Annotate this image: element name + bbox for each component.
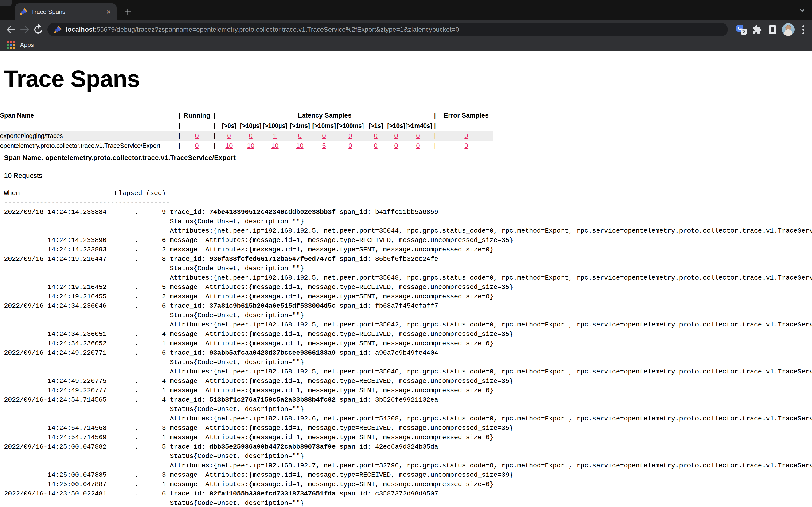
log-line: ----------------------------------------… (4, 198, 812, 208)
bucket-label: [>10ms] (312, 121, 336, 131)
bookmarks-bar: Apps (0, 39, 812, 51)
column-divider: | (175, 121, 184, 131)
log-line: Attributes:{net.peer.ip=192.168.192.5, n… (4, 226, 812, 236)
log-line: 14:24:14.233890 . 6 message Attributes:{… (4, 236, 812, 245)
column-divider: | (210, 141, 219, 151)
bucket-label: [>10s] (387, 121, 405, 131)
sample-count-link[interactable]: 0 (416, 142, 420, 149)
span-name-cell: exporter/logging/traces (0, 131, 175, 141)
log-line: 2022/09/16-14:23:50.022481 . 6 trace_id:… (4, 489, 812, 499)
log-line: 14:24:49.220777 . 1 message Attributes:{… (4, 386, 812, 395)
browser-menu-button[interactable] (798, 25, 808, 34)
sample-count-link[interactable]: 0 (298, 132, 302, 139)
sample-count-link[interactable]: 0 (322, 132, 326, 139)
back-button[interactable] (4, 23, 18, 36)
selected-span-name: Span Name: opentelemetry.proto.collector… (4, 153, 812, 162)
sample-count-link[interactable]: 0 (416, 132, 420, 139)
reload-button[interactable] (32, 23, 45, 36)
log-line: 14:24:14.233893 . 2 message Attributes:{… (4, 245, 812, 255)
tab-close-icon[interactable]: × (105, 8, 112, 16)
sample-count-link[interactable]: 0 (195, 132, 199, 139)
bucket-label: [>1s] (364, 121, 387, 131)
bucket-label: [>0s] (219, 121, 240, 131)
browser-tab[interactable]: Trace Spans × (15, 3, 116, 20)
column-divider: | (210, 110, 219, 121)
sample-count-link[interactable]: 1 (273, 132, 277, 139)
bucket-header-row: | | [>0s] [>10µs] [>100µs] [>1ms] [>10ms… (0, 121, 493, 131)
column-divider: | (210, 131, 219, 141)
kebab-dot (802, 29, 804, 31)
span-summary-table: Span Name | Running | Latency Samples | … (0, 110, 493, 151)
sample-count-link[interactable]: 0 (348, 132, 352, 139)
request-log: When Elapsed (sec)----------------------… (4, 189, 812, 507)
bucket-label: [>100µs] (262, 121, 288, 131)
summary-header-row: Span Name | Running | Latency Samples | … (0, 110, 493, 121)
profile-avatar[interactable] (782, 23, 795, 36)
url-host: localhost (66, 26, 95, 33)
column-divider: | (175, 110, 184, 121)
log-line: Status{Code=Unset, description=""} (4, 452, 812, 461)
log-line: Attributes:{net.peer.ip=192.168.192.5, n… (4, 320, 812, 330)
log-line: Attributes:{net.peer.ip=192.168.192.5, n… (4, 367, 812, 377)
span-name-cell: opentelemetry.proto.collector.trace.v1.T… (0, 141, 175, 151)
apps-grid-icon[interactable] (7, 41, 15, 49)
kebab-dot (802, 33, 804, 34)
log-line: Status{Code=Unset, description=""} (4, 405, 812, 414)
log-line: 14:24:54.714568 . 3 message Attributes:{… (4, 424, 812, 433)
summary-row: opentelemetry.proto.collector.trace.v1.T… (0, 141, 493, 151)
summary-row: exporter/logging/traces|0|001000000|0 (0, 131, 493, 141)
sample-count-link[interactable]: 0 (374, 142, 377, 149)
bucket-label: [>1m40s] (405, 121, 431, 131)
sample-count-link[interactable]: 0 (464, 142, 468, 149)
window-corner (0, 0, 12, 6)
log-line: 14:24:19.216455 . 2 message Attributes:{… (4, 292, 812, 301)
translate-button[interactable]: G (735, 23, 748, 36)
column-divider: | (175, 131, 184, 141)
sample-count-link[interactable]: 10 (225, 142, 233, 149)
log-line: 14:24:34.236051 . 4 message Attributes:{… (4, 330, 812, 339)
telescope-favicon (19, 8, 27, 16)
puzzle-icon (752, 25, 762, 35)
apps-bookmark[interactable]: Apps (20, 41, 34, 49)
sample-count-link[interactable]: 10 (296, 142, 303, 149)
chevron-down-icon (798, 6, 807, 15)
reload-icon (32, 23, 44, 36)
column-divider: | (431, 141, 439, 151)
sample-count-link[interactable]: 0 (249, 132, 253, 139)
sample-count-link[interactable]: 0 (394, 132, 398, 139)
bucket-label: [>100ms] (336, 121, 364, 131)
browser-chrome: Trace Spans × (0, 0, 812, 51)
bucket-label: [>10µs] (240, 121, 262, 131)
url-bar[interactable]: localhost:55679/debug/tracez?zspanname=o… (47, 23, 728, 36)
log-line: 14:24:54.714569 . 1 message Attributes:{… (4, 433, 812, 442)
bucket-label: [>1ms] (288, 121, 312, 131)
sample-count-link[interactable]: 5 (322, 142, 326, 149)
log-line: 14:25:00.047887 . 1 message Attributes:{… (4, 480, 812, 489)
log-line: 2022/09/16-14:25:00.047882 . 5 trace_id:… (4, 442, 812, 452)
side-panel-button[interactable] (766, 23, 779, 36)
log-line: 14:24:19.216452 . 5 message Attributes:{… (4, 283, 812, 292)
sample-count-link[interactable]: 0 (227, 132, 231, 139)
log-line: 2022/09/16-14:24:54.714565 . 4 trace_id:… (4, 395, 812, 405)
sample-count-link[interactable]: 0 (374, 132, 377, 139)
log-line: 2022/09/16-14:24:19.216447 . 8 trace_id:… (4, 255, 812, 264)
log-line: 14:25:00.047885 . 3 message Attributes:{… (4, 470, 812, 480)
extensions-button[interactable] (751, 23, 764, 36)
forward-button[interactable] (18, 23, 32, 36)
sample-count-link[interactable]: 0 (464, 132, 468, 139)
sample-count-link[interactable]: 10 (247, 142, 254, 149)
sample-count-link[interactable]: 10 (271, 142, 278, 149)
sample-count-link[interactable]: 0 (394, 142, 398, 149)
column-divider: | (431, 131, 439, 141)
sample-count-link[interactable]: 0 (195, 142, 199, 149)
log-line: 14:24:34.236052 . 1 message Attributes:{… (4, 339, 812, 348)
summary-body: exporter/logging/traces|0|001000000|0ope… (0, 131, 493, 151)
kebab-dot (802, 25, 804, 27)
tab-overflow-button[interactable] (798, 6, 807, 16)
request-count: 10 Requests (4, 171, 812, 180)
back-arrow-icon (5, 23, 17, 36)
new-tab-button[interactable] (121, 5, 135, 18)
plus-icon (124, 8, 132, 16)
column-divider: | (210, 121, 219, 131)
sample-count-link[interactable]: 0 (348, 142, 352, 149)
